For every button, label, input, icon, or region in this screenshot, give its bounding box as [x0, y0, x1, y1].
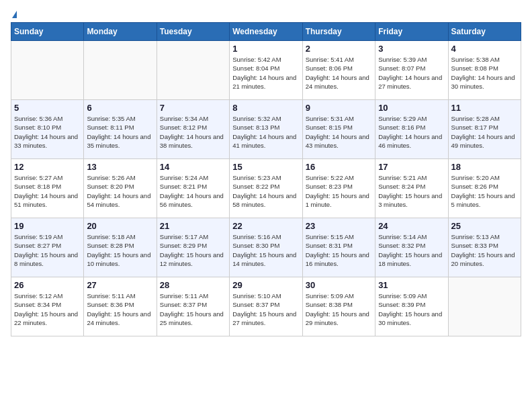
calendar-cell: 15Sunrise: 5:23 AM Sunset: 8:22 PM Dayli…: [230, 159, 302, 218]
day-number: 6: [87, 103, 153, 113]
day-number: 24: [378, 221, 445, 231]
day-info: Sunrise: 5:12 AM Sunset: 8:34 PM Dayligh…: [14, 291, 81, 327]
day-info: Sunrise: 5:23 AM Sunset: 8:22 PM Dayligh…: [232, 173, 299, 209]
calendar-cell: 3Sunrise: 5:39 AM Sunset: 8:07 PM Daylig…: [375, 41, 448, 100]
day-number: 31: [378, 280, 445, 290]
day-number: 19: [14, 221, 81, 231]
calendar-cell: 5Sunrise: 5:36 AM Sunset: 8:10 PM Daylig…: [11, 100, 84, 159]
calendar-cell: 13Sunrise: 5:26 AM Sunset: 8:20 PM Dayli…: [84, 159, 157, 218]
day-info: Sunrise: 5:16 AM Sunset: 8:30 PM Dayligh…: [232, 232, 299, 268]
calendar-cell: 23Sunrise: 5:15 AM Sunset: 8:31 PM Dayli…: [302, 218, 375, 277]
day-info: Sunrise: 5:14 AM Sunset: 8:32 PM Dayligh…: [378, 232, 445, 268]
day-info: Sunrise: 5:20 AM Sunset: 8:26 PM Dayligh…: [451, 173, 518, 209]
calendar-cell: 16Sunrise: 5:22 AM Sunset: 8:23 PM Dayli…: [302, 159, 375, 218]
calendar-cell: 24Sunrise: 5:14 AM Sunset: 8:32 PM Dayli…: [375, 218, 448, 277]
calendar-cell: 11Sunrise: 5:28 AM Sunset: 8:17 PM Dayli…: [448, 100, 521, 159]
col-header-monday: Monday: [84, 23, 157, 41]
day-info: Sunrise: 5:26 AM Sunset: 8:20 PM Dayligh…: [87, 173, 153, 209]
day-info: Sunrise: 5:41 AM Sunset: 8:06 PM Dayligh…: [306, 55, 372, 91]
calendar-cell: [157, 41, 229, 100]
day-info: Sunrise: 5:19 AM Sunset: 8:27 PM Dayligh…: [14, 232, 81, 268]
day-number: 3: [378, 44, 445, 54]
day-number: 30: [306, 280, 372, 290]
day-number: 18: [451, 162, 518, 172]
day-info: Sunrise: 5:17 AM Sunset: 8:29 PM Dayligh…: [160, 232, 226, 268]
calendar-cell: 22Sunrise: 5:16 AM Sunset: 8:30 PM Dayli…: [230, 218, 302, 277]
calendar-cell: 19Sunrise: 5:19 AM Sunset: 8:27 PM Dayli…: [11, 218, 84, 277]
col-header-thursday: Thursday: [302, 23, 375, 41]
day-number: 27: [87, 280, 153, 290]
day-number: 13: [87, 162, 153, 172]
day-number: 11: [451, 103, 518, 113]
day-info: Sunrise: 5:09 AM Sunset: 8:39 PM Dayligh…: [378, 291, 445, 327]
day-number: 1: [232, 44, 299, 54]
day-number: 8: [232, 103, 299, 113]
calendar-cell: [84, 41, 157, 100]
day-info: Sunrise: 5:32 AM Sunset: 8:13 PM Dayligh…: [232, 114, 299, 150]
day-number: 4: [451, 44, 518, 54]
day-info: Sunrise: 5:22 AM Sunset: 8:23 PM Dayligh…: [306, 173, 372, 209]
day-info: Sunrise: 5:38 AM Sunset: 8:08 PM Dayligh…: [451, 55, 518, 91]
calendar-cell: 6Sunrise: 5:35 AM Sunset: 8:11 PM Daylig…: [84, 100, 157, 159]
day-info: Sunrise: 5:28 AM Sunset: 8:17 PM Dayligh…: [451, 114, 518, 150]
calendar-table: SundayMondayTuesdayWednesdayThursdayFrid…: [11, 22, 521, 336]
day-number: 26: [14, 280, 81, 290]
day-info: Sunrise: 5:13 AM Sunset: 8:33 PM Dayligh…: [451, 232, 518, 268]
day-info: Sunrise: 5:31 AM Sunset: 8:15 PM Dayligh…: [306, 114, 372, 150]
calendar-cell: 14Sunrise: 5:24 AM Sunset: 8:21 PM Dayli…: [157, 159, 229, 218]
day-number: 21: [160, 221, 226, 231]
calendar-cell: 30Sunrise: 5:09 AM Sunset: 8:38 PM Dayli…: [302, 277, 375, 336]
day-number: 25: [451, 221, 518, 231]
logo-triangle-icon: [12, 11, 17, 18]
calendar-cell: 2Sunrise: 5:41 AM Sunset: 8:06 PM Daylig…: [302, 41, 375, 100]
day-number: 29: [232, 280, 299, 290]
day-info: Sunrise: 5:15 AM Sunset: 8:31 PM Dayligh…: [306, 232, 372, 268]
col-header-sunday: Sunday: [11, 23, 84, 41]
calendar-cell: [11, 41, 84, 100]
calendar-cell: 27Sunrise: 5:11 AM Sunset: 8:36 PM Dayli…: [84, 277, 157, 336]
day-info: Sunrise: 5:39 AM Sunset: 8:07 PM Dayligh…: [378, 55, 445, 91]
day-info: Sunrise: 5:27 AM Sunset: 8:18 PM Dayligh…: [14, 173, 81, 209]
day-number: 20: [87, 221, 153, 231]
day-number: 5: [14, 103, 81, 113]
calendar-cell: 17Sunrise: 5:21 AM Sunset: 8:24 PM Dayli…: [375, 159, 448, 218]
day-info: Sunrise: 5:21 AM Sunset: 8:24 PM Dayligh…: [378, 173, 445, 209]
calendar-cell: 21Sunrise: 5:17 AM Sunset: 8:29 PM Dayli…: [157, 218, 229, 277]
calendar-cell: 7Sunrise: 5:34 AM Sunset: 8:12 PM Daylig…: [157, 100, 229, 159]
day-info: Sunrise: 5:42 AM Sunset: 8:04 PM Dayligh…: [232, 55, 299, 91]
calendar-cell: 28Sunrise: 5:11 AM Sunset: 8:37 PM Dayli…: [157, 277, 229, 336]
day-info: Sunrise: 5:36 AM Sunset: 8:10 PM Dayligh…: [14, 114, 81, 150]
col-header-wednesday: Wednesday: [230, 23, 302, 41]
day-info: Sunrise: 5:09 AM Sunset: 8:38 PM Dayligh…: [306, 291, 372, 327]
day-number: 15: [232, 162, 299, 172]
calendar-cell: 10Sunrise: 5:29 AM Sunset: 8:16 PM Dayli…: [375, 100, 448, 159]
day-number: 22: [232, 221, 299, 231]
calendar-cell: 20Sunrise: 5:18 AM Sunset: 8:28 PM Dayli…: [84, 218, 157, 277]
day-number: 12: [14, 162, 81, 172]
calendar-cell: 31Sunrise: 5:09 AM Sunset: 8:39 PM Dayli…: [375, 277, 448, 336]
day-info: Sunrise: 5:29 AM Sunset: 8:16 PM Dayligh…: [378, 114, 445, 150]
day-number: 7: [160, 103, 226, 113]
calendar-cell: 25Sunrise: 5:13 AM Sunset: 8:33 PM Dayli…: [448, 218, 521, 277]
calendar-cell: 1Sunrise: 5:42 AM Sunset: 8:04 PM Daylig…: [230, 41, 302, 100]
header: [11, 11, 521, 17]
day-info: Sunrise: 5:35 AM Sunset: 8:11 PM Dayligh…: [87, 114, 153, 150]
day-info: Sunrise: 5:11 AM Sunset: 8:37 PM Dayligh…: [160, 291, 226, 327]
calendar-cell: [448, 277, 521, 336]
day-number: 2: [306, 44, 372, 54]
day-info: Sunrise: 5:18 AM Sunset: 8:28 PM Dayligh…: [87, 232, 153, 268]
calendar-cell: 18Sunrise: 5:20 AM Sunset: 8:26 PM Dayli…: [448, 159, 521, 218]
col-header-saturday: Saturday: [448, 23, 521, 41]
calendar-cell: 9Sunrise: 5:31 AM Sunset: 8:15 PM Daylig…: [302, 100, 375, 159]
day-number: 9: [306, 103, 372, 113]
day-number: 23: [306, 221, 372, 231]
col-header-tuesday: Tuesday: [157, 23, 229, 41]
day-number: 17: [378, 162, 445, 172]
calendar-cell: 26Sunrise: 5:12 AM Sunset: 8:34 PM Dayli…: [11, 277, 84, 336]
day-number: 16: [306, 162, 372, 172]
day-number: 28: [160, 280, 226, 290]
calendar-cell: 12Sunrise: 5:27 AM Sunset: 8:18 PM Dayli…: [11, 159, 84, 218]
day-info: Sunrise: 5:24 AM Sunset: 8:21 PM Dayligh…: [160, 173, 226, 209]
day-number: 10: [378, 103, 445, 113]
calendar-cell: 29Sunrise: 5:10 AM Sunset: 8:37 PM Dayli…: [230, 277, 302, 336]
